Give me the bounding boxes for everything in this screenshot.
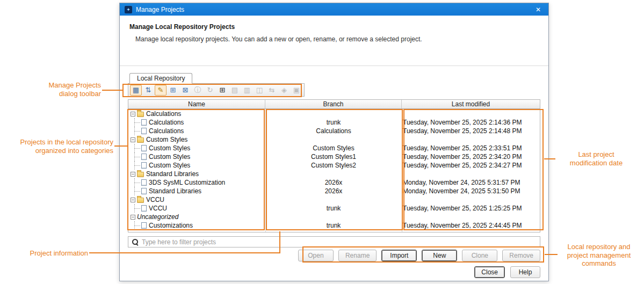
filter-input[interactable]	[142, 238, 537, 246]
project-file-icon	[141, 188, 147, 194]
tree-row-project[interactable]: 3DS SysML Customization2026xMonday, Nove…	[128, 178, 540, 187]
lock-project-icon[interactable]: ◈	[278, 85, 290, 96]
project-file-icon	[141, 119, 147, 126]
column-header-last-modified[interactable]: Last modified	[402, 100, 540, 108]
name-cell: Custom Styles	[128, 144, 265, 152]
tree-connector	[132, 152, 141, 161]
category-name: Custom Styles	[146, 136, 187, 143]
annotation-manage-projects-toolbar: Manage Projects dialog toolbar	[31, 81, 101, 98]
project-name: VCCU	[149, 205, 167, 212]
tree-row-project[interactable]: VCCUtrunkTuesday, November 25, 2025 1:25…	[128, 204, 540, 213]
close-icon[interactable]: ✕	[533, 6, 544, 13]
action-buttons: OpenRenameImportNewCloneRemove	[128, 250, 540, 261]
last-modified-cell: Tuesday, November 25, 2025 2:44:45 PM	[402, 222, 540, 229]
last-modified-cell: Tuesday, November 25, 2025 2:14:48 PM	[402, 127, 540, 135]
remove-button[interactable]: Remove	[502, 250, 540, 261]
name-cell: Customizations	[128, 221, 265, 230]
tree-row-project[interactable]: Custom StylesCustom StylesTuesday, Novem…	[128, 144, 540, 152]
category-name: Calculations	[146, 110, 181, 118]
project-name: Calculations	[149, 119, 184, 126]
open-button[interactable]: Open	[298, 250, 334, 261]
project-file-icon	[141, 179, 147, 186]
folder-icon	[137, 172, 144, 177]
tab-local-repository[interactable]: Local Repository	[129, 73, 192, 84]
annotation-commands: Local repository and project management …	[556, 243, 641, 268]
projects-table: Name Branch Last modified −CalculationsC…	[128, 99, 540, 232]
collapse-all-icon[interactable]: ⊠	[179, 85, 191, 96]
tree-connector	[132, 187, 141, 195]
remove-project-icon[interactable]: ▣	[291, 85, 302, 96]
clone-button[interactable]: Clone	[462, 250, 497, 261]
branch-cell: 2026x	[265, 187, 402, 195]
tree-row-category[interactable]: −VCCU	[128, 195, 540, 204]
tree-row-project[interactable]: Custom StylesCustom Styles2Tuesday, Nove…	[128, 161, 540, 170]
collapse-toggle-icon[interactable]: −	[131, 112, 135, 116]
annotation-last-modified: Last project modification date	[554, 150, 638, 167]
project-name: Standard Libraries	[149, 187, 201, 195]
tree-row-category[interactable]: −Calculations	[128, 110, 540, 118]
name-cell: Standard Libraries	[128, 187, 265, 195]
project-name: Custom Styles	[149, 144, 190, 152]
project-usages-icon[interactable]: ↻	[204, 85, 216, 96]
tree-row-project[interactable]: CustomizationstrunkTuesday, November 25,…	[128, 221, 540, 230]
clone-project-icon[interactable]: ◫	[254, 85, 265, 96]
name-cell: 3DS SysML Customization	[128, 178, 265, 187]
dialog-content: Local Repository ▦⇅✎⊞⊠ⓘ↻⊞▤▥◫⇆◈▣ Name Bra…	[120, 66, 548, 281]
dialog-toolbar: ▦⇅✎⊞⊠ⓘ↻⊞▤▥◫⇆◈▣	[128, 83, 305, 97]
project-file-icon	[141, 205, 147, 212]
last-modified-cell: Tuesday, November 25, 2025 1:25:25 PM	[402, 205, 540, 212]
collapse-toggle-icon[interactable]: −	[131, 198, 135, 202]
open-project-icon[interactable]: ▤	[229, 85, 241, 96]
footer-buttons: CloseHelp	[128, 266, 540, 278]
collapse-toggle-icon[interactable]: −	[131, 137, 135, 142]
new-button[interactable]: New	[422, 250, 457, 261]
compare-projects-icon[interactable]: ⇆	[266, 85, 278, 96]
tree-row-project[interactable]: Custom StylesCustom Styles1Tuesday, Nove…	[128, 152, 540, 161]
annotation-projects-categories: Projects in the local repository organiz…	[2, 138, 113, 155]
tree-row-category[interactable]: −Standard Libraries	[128, 170, 540, 178]
column-header-branch[interactable]: Branch	[265, 100, 402, 108]
save-project-icon[interactable]: ▥	[241, 85, 253, 96]
screenshot: ✦ Manage Projects ✕ Manage Local Reposit…	[0, 0, 644, 284]
tree-connector	[132, 204, 141, 213]
project-info-icon[interactable]: ⓘ	[192, 85, 204, 96]
name-cell: Calculations	[128, 118, 265, 127]
tree-row-project[interactable]: CalculationstrunkTuesday, November 25, 2…	[128, 118, 540, 127]
name-cell: −Uncategorized	[128, 213, 265, 221]
search-icon	[132, 238, 139, 245]
last-modified-cell: Monday, November 24, 2025 5:31:57 PM	[402, 179, 540, 186]
branch-cell: Custom Styles	[265, 144, 402, 152]
project-file-icon	[141, 145, 147, 151]
column-divider	[402, 109, 402, 232]
tree-row-category[interactable]: −Uncategorized	[128, 213, 540, 221]
tree-connector	[132, 178, 141, 187]
column-header-name[interactable]: Name	[128, 100, 265, 108]
tree-connector	[132, 144, 141, 152]
name-cell: VCCU	[128, 204, 265, 213]
tree-row-project[interactable]: Standard Libraries2026xMonday, November …	[128, 187, 540, 195]
branch-cell: trunk	[265, 119, 402, 126]
close-button[interactable]: Close	[474, 266, 505, 278]
help-button[interactable]: Help	[510, 266, 540, 278]
import-button[interactable]: Import	[381, 250, 417, 261]
tree-row-category[interactable]: −Custom Styles	[128, 135, 540, 144]
edit-categories-icon[interactable]: ✎	[155, 85, 167, 96]
project-name: Customizations	[149, 222, 193, 229]
folder-icon	[137, 137, 144, 143]
tree-row-project[interactable]: CalculationsCalculationsTuesday, Novembe…	[128, 127, 540, 135]
add-project-icon[interactable]: ⊞	[216, 85, 228, 96]
tree-connector	[132, 127, 141, 135]
sort-alphabetically-icon[interactable]: ⇅	[142, 85, 154, 96]
column-divider	[265, 109, 266, 232]
name-cell: −Calculations	[128, 110, 265, 118]
collapse-toggle-icon[interactable]: −	[131, 215, 135, 220]
rename-button[interactable]: Rename	[338, 250, 377, 261]
project-name: Custom Styles	[149, 162, 190, 169]
folder-icon	[137, 198, 144, 203]
expand-all-icon[interactable]: ⊞	[167, 85, 179, 96]
manage-projects-dialog: ✦ Manage Projects ✕ Manage Local Reposit…	[119, 3, 549, 281]
header-title: Manage Local Repository Projects	[129, 23, 539, 31]
collapse-toggle-icon[interactable]: −	[131, 172, 135, 177]
group-by-category-icon[interactable]: ▦	[130, 85, 142, 96]
project-file-icon	[141, 222, 147, 229]
